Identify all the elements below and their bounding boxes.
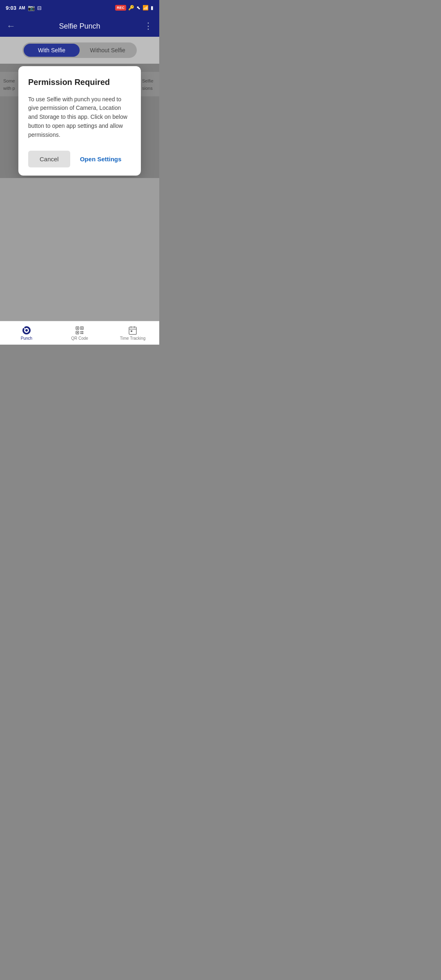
cast-icon: ⊟ xyxy=(37,5,42,11)
svg-rect-7 xyxy=(80,331,82,332)
nav-item-time-tracking[interactable]: Time Tracking xyxy=(106,325,159,341)
bluetooth-icon: ⬉ xyxy=(136,5,140,11)
svg-rect-11 xyxy=(129,327,136,334)
svg-rect-10 xyxy=(82,333,83,334)
nav-label-qr-code: QR Code xyxy=(71,336,88,341)
dialog-body: To use Selfie with punch you need to giv… xyxy=(28,95,131,139)
qr-code-icon xyxy=(75,325,85,335)
app-bar: ← Selfie Punch ⋮ xyxy=(0,16,159,37)
nav-item-qr-code[interactable]: QR Code xyxy=(53,325,106,341)
status-ampm: AM xyxy=(19,6,25,10)
svg-rect-9 xyxy=(80,333,82,334)
background-content-area: Some with p Selfie sions Permission Requ… xyxy=(0,64,159,178)
tab-with-selfie[interactable]: With Selfie xyxy=(24,44,80,57)
dialog-actions: Cancel Open Settings xyxy=(28,151,131,167)
nav-label-time-tracking: Time Tracking xyxy=(120,336,145,341)
menu-button[interactable]: ⋮ xyxy=(144,21,153,31)
svg-rect-15 xyxy=(131,330,132,332)
status-time: 9:03 xyxy=(6,5,16,11)
app-bar-title: Selfie Punch xyxy=(59,22,100,31)
tab-switcher: With Selfie Without Selfie xyxy=(0,37,159,64)
status-icons-right: REC 🔑 ⬉ 📶 ▮ xyxy=(115,5,154,11)
nav-label-punch: Punch xyxy=(21,336,32,341)
cancel-button[interactable]: Cancel xyxy=(28,151,70,167)
tab-container: With Selfie Without Selfie xyxy=(22,42,137,58)
dialog-overlay: Permission Required To use Selfie with p… xyxy=(0,64,159,178)
svg-rect-4 xyxy=(81,327,82,329)
permission-dialog: Permission Required To use Selfie with p… xyxy=(18,66,141,176)
bottom-nav: Punch QR Code Time Tracking xyxy=(0,321,159,345)
open-settings-button[interactable]: Open Settings xyxy=(74,151,128,167)
svg-rect-8 xyxy=(82,331,83,332)
dialog-title: Permission Required xyxy=(28,78,131,87)
status-bar: 9:03 AM 📷 ⊟ REC 🔑 ⬉ 📶 ▮ xyxy=(0,0,159,16)
wifi-icon: 📶 xyxy=(143,5,149,11)
back-button[interactable]: ← xyxy=(7,21,16,31)
main-content: With Selfie Without Selfie Some with p S… xyxy=(0,37,159,321)
video-icon: 📷 xyxy=(28,4,35,11)
key-icon: 🔑 xyxy=(128,5,134,11)
rec-icon: REC xyxy=(115,5,126,11)
tab-without-selfie[interactable]: Without Selfie xyxy=(80,44,136,57)
nav-item-punch[interactable]: Punch xyxy=(0,325,53,341)
time-tracking-icon xyxy=(128,325,138,335)
punch-icon xyxy=(22,325,31,335)
svg-point-0 xyxy=(25,329,28,332)
svg-rect-6 xyxy=(77,332,78,333)
svg-rect-2 xyxy=(77,327,78,329)
battery-icon: ▮ xyxy=(151,5,154,11)
